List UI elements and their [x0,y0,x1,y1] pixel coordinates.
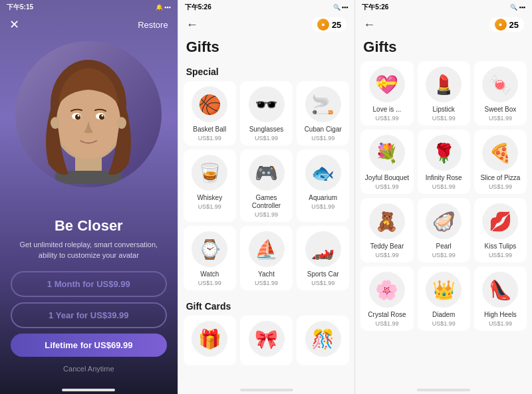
gift-price: US$1.99 [375,320,398,327]
list-item[interactable]: 🍬 Sweet Box US$1.99 [474,61,527,126]
list-item[interactable]: 🦪 Pearl US$1.99 [418,198,470,262]
gift-price: US$1.99 [255,135,278,142]
gift-name: Cuban Cigar [305,126,342,134]
back-button-2[interactable]: ← [186,18,198,32]
cancel-text: Cancel Anytime [63,365,114,373]
notification-icon: 🔔 [156,4,163,11]
gifts-scroll-2[interactable]: Special 🏀 Basket Ball US$1.99 🕶️ Sunglas… [178,61,355,386]
panel2-header: ← ● 25 [178,15,355,36]
section-special: Special [178,61,355,81]
gifts-grid-special: 🏀 Basket Ball US$1.99 🕶️ Sunglasses US$1… [178,81,355,296]
list-item[interactable]: 👠 High Heels US$1.99 [474,266,527,331]
list-item[interactable]: 🎊 [297,316,349,365]
status-time-1: 下午5:15 [7,3,33,12]
gift-name: Sports Car [307,270,339,278]
gift-price: US$1.99 [489,252,512,258]
list-item[interactable]: ⛵ Yacht US$1.99 [240,226,293,290]
plan-year-button[interactable]: 1 Year for US$39.99 [11,302,167,328]
status-time-3: 下午5:26 [362,3,388,12]
back-button-3[interactable]: ← [363,18,375,32]
gift-circle: 🎊 [305,321,341,357]
list-item[interactable]: 🥃 Whiskey US$1.99 [184,149,236,222]
gift-name: Lipstick [432,106,454,114]
plan-lifetime-button[interactable]: Lifetime for US$69.99 [11,334,167,357]
gifts-scroll-3[interactable]: 💝 Love is ... US$1.99 💄 Lipstick US$1.99… [355,61,532,386]
section-giftcards: Gift Cards [178,296,355,316]
close-button[interactable]: ✕ [9,17,19,32]
gift-name: Sunglasses [249,126,284,134]
list-item[interactable]: 💝 Love is ... US$1.99 [360,61,413,126]
list-item[interactable]: 🎀 [240,316,293,365]
gift-price: US$1.99 [255,280,278,286]
statusbar-1: 下午5:15 🔔 ▪▪▪ [0,0,178,15]
svg-point-11 [51,117,60,129]
list-item[interactable]: 💐 Joyful Bouquet US$1.99 [360,130,413,194]
gift-name: Infinity Rose [426,174,462,182]
gifts-title-3: Gifts [355,36,532,61]
gift-price: US$1.99 [311,280,334,286]
list-item[interactable]: 🎁 [184,316,236,365]
home-indicator-1 [62,389,115,391]
gift-name: Pearl [436,243,451,250]
gift-name: Slice of Pizza [480,174,520,182]
gift-circle: 🎀 [249,321,285,357]
gift-name: Sweet Box [484,106,516,114]
list-item[interactable]: 🕶️ Sunglasses US$1.99 [240,81,293,146]
list-item[interactable]: 🍕 Slice of Pizza US$1.99 [474,130,527,194]
signal-icon-3: ▪▪▪ [519,4,525,11]
gift-name: Crystal Rose [368,311,406,319]
gift-circle: 💐 [369,135,405,171]
list-item[interactable]: 💋 Kiss Tulips US$1.99 [474,198,527,262]
list-item[interactable]: 🌸 Crystal Rose US$1.99 [360,266,413,331]
gift-circle: 🍕 [482,135,518,171]
list-item[interactable]: 🌹 Infinity Rose US$1.99 [418,130,470,194]
status-icons-3: 🔍 ▪▪▪ [510,4,525,11]
status-icons-2: 🔍 ▪▪▪ [333,4,348,11]
gift-price: US$1.99 [198,280,221,286]
list-item[interactable]: 👑 Diadem US$1.99 [418,266,470,331]
coin-count-3: 25 [509,20,519,30]
list-item[interactable]: 🐟 Aquarium US$1.99 [297,149,349,222]
gifts-title-2: Gifts [178,36,355,61]
search-icon-3: 🔍 [510,4,517,11]
gifts-panel-2: 下午5:26 🔍 ▪▪▪ ← ● 25 Gifts Special 🏀 Bask… [178,0,355,394]
list-item[interactable]: 🧸 Teddy Bear US$1.99 [360,198,413,262]
gift-price: US$1.99 [198,135,221,142]
subscription-content: Be Closer Get unlimited roleplay, smart … [0,187,178,386]
list-item[interactable]: 🏀 Basket Ball US$1.99 [184,81,236,146]
signal-icon: ▪▪▪ [164,4,171,11]
gift-price: US$1.99 [432,320,456,327]
gift-circle: 🚬 [305,86,341,122]
restore-button[interactable]: Restore [138,20,168,30]
gift-price: US$1.99 [311,135,334,142]
status-time-2: 下午5:26 [185,3,211,12]
gift-circle: 💋 [482,203,518,239]
coin-icon-3: ● [495,19,507,31]
list-item[interactable]: ⌚ Watch US$1.99 [184,226,236,290]
list-item[interactable]: 🚬 Cuban Cigar US$1.99 [297,81,349,146]
gift-circle: 🎁 [192,321,227,357]
search-icon-2: 🔍 [333,4,340,11]
avatar-container [15,41,162,187]
gifts-grid-cards: 🎁 🎀 🎊 [178,316,355,371]
coin-badge-3: ● 25 [489,17,524,32]
gift-circle: 🐟 [305,155,341,191]
gift-circle: 🎮 [249,155,285,191]
plan-month-button[interactable]: 1 Month for US$9.99 [11,271,167,297]
panel3-header: ← ● 25 [355,15,532,36]
gift-name: Love is ... [373,106,402,114]
coin-count-2: 25 [332,20,341,30]
gift-price: US$1.99 [375,115,398,122]
signal-icon-2: ▪▪▪ [342,4,348,11]
gift-price: US$1.99 [375,252,398,258]
list-item[interactable]: 🏎️ Sports Car US$1.99 [297,226,349,290]
gifts-grid-3: 💝 Love is ... US$1.99 💄 Lipstick US$1.99… [355,61,532,336]
list-item[interactable]: 💄 Lipstick US$1.99 [418,61,470,126]
list-item[interactable]: 🎮 Games Controller US$1.99 [240,149,293,222]
gift-price: US$1.99 [375,183,398,190]
home-indicator-3 [417,389,470,391]
gift-price: US$1.99 [489,320,512,327]
gift-name: Watch [200,270,219,278]
gift-circle: 🍬 [482,66,518,102]
gift-circle: 🕶️ [249,86,285,122]
